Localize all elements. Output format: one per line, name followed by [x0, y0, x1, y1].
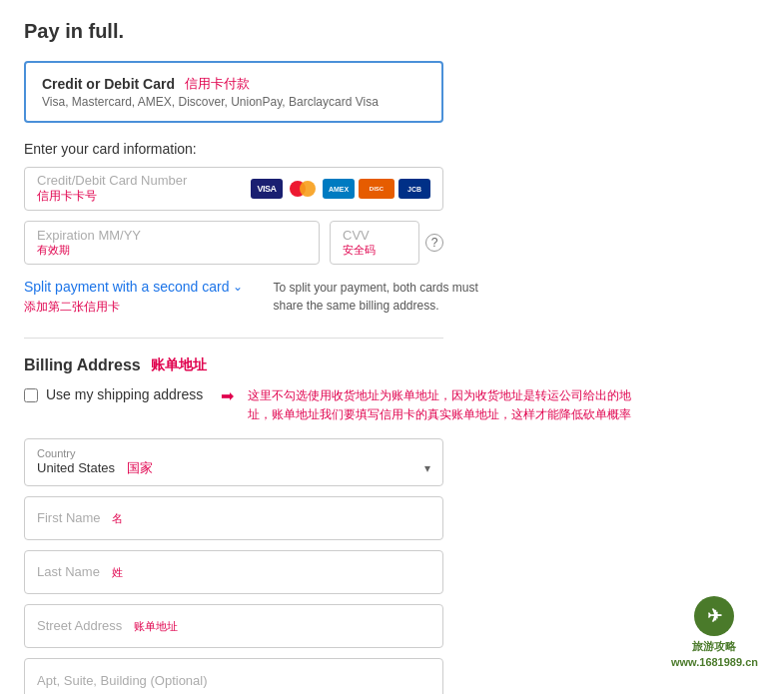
street-address-field[interactable]: Street Address 账单地址 [24, 604, 443, 648]
billing-heading-chinese: 账单地址 [151, 356, 207, 374]
split-payment-left: Split payment with a second card ⌄ 添加第二张… [24, 279, 243, 316]
expiry-field[interactable]: Expiration MM/YY 有效期 [24, 221, 320, 265]
amex-logo: AMEX [323, 179, 355, 199]
mastercard-logo [287, 179, 319, 199]
card-logos: VISA AMEX DISC JCB [251, 179, 430, 199]
use-shipping-checkbox[interactable] [24, 388, 38, 402]
card-option-chinese: 信用卡付款 [185, 75, 250, 93]
country-label: Country [37, 447, 430, 459]
watermark: ✈ 旅游攻略 www.1681989.cn [665, 592, 764, 674]
cvv-placeholder: CVV [343, 228, 406, 243]
street-address-chinese: 账单地址 [134, 620, 178, 632]
billing-heading-text: Billing Address [24, 356, 141, 374]
country-chinese: 国家 [127, 460, 153, 475]
expiry-cvv-row: Expiration MM/YY 有效期 CVV 安全码 ? [24, 221, 443, 265]
split-payment-note: To split your payment, both cards must s… [273, 279, 502, 315]
apt-placeholder: Apt, Suite, Building (Optional) [37, 673, 430, 688]
last-name-placeholder: Last Name [37, 564, 100, 579]
arrow-icon: ➡ [221, 386, 234, 405]
apt-field[interactable]: Apt, Suite, Building (Optional) [24, 658, 443, 694]
split-link-text: Split payment with a second card [24, 279, 229, 295]
cvv-field[interactable]: CVV 安全码 [330, 221, 419, 265]
expiry-placeholder: Expiration MM/YY [37, 228, 307, 243]
country-select[interactable]: Country United States 国家 ▾ [24, 438, 443, 486]
use-shipping-label[interactable]: Use my shipping address [46, 386, 203, 402]
country-value: United States 国家 [37, 459, 153, 477]
watermark-logo: ✈ [694, 596, 734, 636]
split-payment-chinese: 添加第二张信用卡 [24, 299, 243, 316]
discover-logo: DISC [359, 179, 394, 199]
cvv-help-icon[interactable]: ? [425, 234, 443, 252]
shipping-address-checkbox-row: Use my shipping address ➡ 这里不勾选使用收货地址为账单… [24, 386, 784, 424]
watermark-line2: www.1681989.cn [671, 655, 758, 670]
card-info-label: Enter your card information: [24, 141, 760, 157]
billing-heading: Billing Address 账单地址 [24, 356, 760, 374]
cvv-wrapper: CVV 安全码 ? [330, 221, 443, 265]
card-number-field[interactable]: Credit/Debit Card Number 信用卡卡号 VISA AMEX… [24, 167, 443, 211]
first-name-field[interactable]: First Name 名 [24, 496, 443, 540]
last-name-field[interactable]: Last Name 姓 [24, 550, 443, 594]
billing-checkbox-note: 这里不勾选使用收货地址为账单地址，因为收货地址是转运公司给出的地址，账单地址我们… [248, 386, 647, 424]
watermark-line1: 旅游攻略 [671, 639, 758, 654]
street-address-placeholder: Street Address [37, 618, 122, 633]
page-title: Pay in full. [24, 20, 760, 43]
jcb-logo: JCB [398, 179, 430, 199]
card-number-placeholder: Credit/Debit Card Number [37, 173, 187, 188]
last-name-chinese: 姓 [112, 566, 123, 578]
expiry-chinese: 有效期 [37, 243, 307, 258]
card-networks: Visa, Mastercard, AMEX, Discover, UnionP… [42, 95, 379, 109]
split-payment-link[interactable]: Split payment with a second card ⌄ [24, 279, 243, 295]
first-name-placeholder: First Name [37, 510, 101, 525]
card-option-box[interactable]: Credit or Debit Card 信用卡付款 Visa, Masterc… [24, 61, 443, 123]
visa-logo: VISA [251, 179, 283, 199]
card-option-label: Credit or Debit Card [42, 76, 175, 92]
chevron-down-icon: ⌄ [233, 280, 243, 294]
country-chevron-icon: ▾ [424, 461, 430, 475]
divider [24, 338, 443, 339]
card-number-chinese: 信用卡卡号 [37, 188, 187, 205]
cvv-chinese: 安全码 [343, 243, 406, 258]
split-payment-row: Split payment with a second card ⌄ 添加第二张… [24, 279, 784, 316]
first-name-chinese: 名 [112, 512, 123, 524]
